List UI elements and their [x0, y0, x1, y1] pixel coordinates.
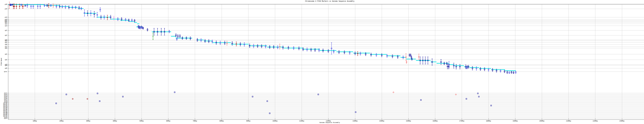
- data-point-57-cap-top: [157, 28, 158, 28]
- other-chr-point-13-diamond-marker: [393, 91, 394, 93]
- data-point-20-square-marker: [50, 5, 52, 6]
- data-point-18-cap-top: [47, 4, 48, 4]
- assembly-segment-2: [60, 6, 69, 7]
- data-point-116-cap-bottom: [397, 58, 398, 59]
- data-point-25-square-marker: [65, 7, 66, 8]
- data-point-143-square-marker: [472, 68, 473, 69]
- data-point-34-cap-top: [94, 11, 95, 12]
- data-point-130-cap-top: [440, 59, 442, 60]
- data-point-26-cap-bottom: [68, 9, 70, 9]
- data-point-62-square-marker: [175, 35, 176, 36]
- data-point-153-cap-bottom: [509, 73, 510, 74]
- data-point-59-square-marker: [164, 31, 165, 32]
- data-point-45-cap-top: [128, 19, 129, 19]
- data-point-87-cap-bottom: [269, 48, 270, 49]
- data-point-97-cap-top: [310, 48, 312, 48]
- data-point-0-cap-top: [9, 2, 10, 2]
- data-point-51-cap-bottom: [140, 29, 141, 29]
- other-chr-point-8-square-marker: [252, 96, 253, 97]
- data-point-113-cap-top: [381, 54, 382, 54]
- data-point-116-cap-top: [397, 55, 398, 55]
- data-point-119-cap-top: [406, 61, 407, 61]
- data-point-91-cap-top: [282, 46, 284, 46]
- data-point-52-cap-top: [141, 26, 142, 26]
- data-point-134-cap-top: [447, 64, 448, 64]
- data-point-37-square-marker: [100, 17, 102, 18]
- data-point-44-cap-bottom: [125, 21, 126, 21]
- data-point-6-cap-top: [16, 4, 17, 4]
- data-point-126-square-marker: [422, 60, 424, 61]
- data-point-12-cap-bottom: [27, 7, 28, 8]
- data-point-109-cap-bottom: [360, 55, 361, 55]
- data-point-45-square-marker: [128, 20, 130, 21]
- ytick-label-q31: q31: [1, 53, 7, 55]
- ytick-p13: [8, 19, 9, 20]
- data-point-104-cap-bottom: [338, 53, 340, 54]
- data-point-72-cap-bottom: [208, 43, 209, 43]
- data-point-67-cap-bottom: [186, 39, 187, 40]
- data-point-85-cap-bottom: [261, 48, 262, 48]
- data-point-146-square-marker: [484, 69, 485, 70]
- data-point-125-square-marker: [420, 60, 421, 61]
- data-point-152-square-marker: [506, 72, 508, 73]
- data-point-93-cap-top: [293, 46, 294, 47]
- data-point-154-cap-top: [511, 71, 512, 71]
- data-point-77-cap-bottom: [226, 45, 228, 45]
- gridline-x-120: [328, 4, 328, 119]
- data-point-76-cap-top: [224, 41, 225, 41]
- data-point-93-cap-bottom: [293, 49, 294, 50]
- data-point-141-cap-bottom: [468, 68, 469, 68]
- data-point-7-cap-bottom: [19, 9, 20, 9]
- data-point-56-cap-bottom: [154, 35, 154, 35]
- data-point-18-cap-bottom: [47, 7, 48, 7]
- data-point-142-cap-bottom: [466, 69, 467, 69]
- xtick-label-210: 210Mbp: [565, 120, 572, 122]
- data-point-102-cap-bottom: [331, 54, 332, 54]
- data-point-95-cap-bottom: [302, 51, 304, 51]
- data-point-125-cap-bottom: [420, 64, 421, 64]
- gridline-x-70: [195, 4, 195, 119]
- data-point-149-cap-bottom: [496, 72, 497, 72]
- xtick-210: [568, 118, 569, 119]
- data-point-49-cap-top: [138, 26, 139, 26]
- data-point-78-cap-top: [232, 42, 233, 42]
- data-point-60-square-marker: [168, 31, 170, 32]
- data-point-84-square-marker: [257, 45, 258, 47]
- other-chr-point-3-diamond-marker: [86, 98, 88, 100]
- data-point-103-cap-top: [333, 50, 334, 50]
- data-point-150-square-marker: [500, 70, 501, 72]
- xtick-label-170: 170Mbp: [458, 120, 466, 122]
- data-point-53-cap-top: [142, 26, 143, 27]
- data-point-109-square-marker: [360, 53, 361, 54]
- data-point-92-cap-top: [288, 46, 289, 46]
- data-point-75-square-marker: [220, 42, 221, 44]
- data-point-26-square-marker: [68, 7, 70, 8]
- data-point-42-cap-top: [117, 18, 118, 18]
- data-point-25-cap-top: [65, 6, 66, 6]
- data-point-105-square-marker: [344, 52, 345, 53]
- gridline-x-50: [142, 4, 142, 119]
- ytick-label-p15: p15: [1, 8, 7, 10]
- data-point-91-cap-bottom: [282, 49, 284, 49]
- data-point-147-cap-bottom: [488, 71, 489, 71]
- data-point-86-square-marker: [265, 46, 266, 47]
- gridline-x-200: [542, 4, 542, 119]
- data-point-142-cap-top: [466, 66, 467, 66]
- xtick-160: [435, 118, 435, 119]
- data-point-34-square-marker: [94, 14, 95, 15]
- data-point-24-cap-bottom: [62, 8, 63, 8]
- data-point-57-cap-bottom: [157, 35, 158, 35]
- data-point-107-cap-bottom: [354, 55, 356, 55]
- data-point-14-cap-bottom: [33, 8, 34, 9]
- xtick-label-40: 40Mbp: [111, 120, 119, 122]
- gridline-row-q35: [8, 68, 644, 68]
- ytick-label-q26: q26: [1, 44, 7, 45]
- data-point-90-cap-top: [279, 44, 280, 44]
- other-chr-point-14-square-marker: [420, 99, 422, 101]
- data-point-105-cap-bottom: [344, 54, 345, 54]
- data-point-71-square-marker: [204, 40, 206, 42]
- ytick-label-q25: q25: [1, 42, 7, 43]
- data-point-131-cap-bottom: [444, 65, 445, 65]
- data-point-115-square-marker: [392, 56, 393, 57]
- data-point-155-cap-bottom: [513, 73, 514, 74]
